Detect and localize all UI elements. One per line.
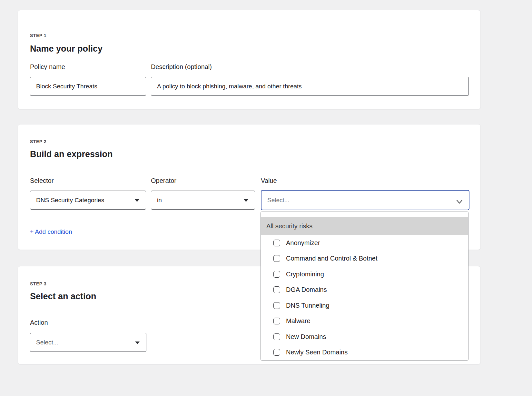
checkbox-icon[interactable]	[273, 318, 280, 324]
dropdown-option-label: DGA Domains	[286, 286, 327, 293]
description-label: Description (optional)	[151, 63, 212, 71]
dropdown-option-list: Anonymizer Command and Control & Botnet …	[261, 235, 468, 360]
action-select[interactable]: Select...	[30, 333, 146, 352]
dropdown-option-label: Malware	[286, 317, 310, 325]
step1-card: STEP 1 Name your policy Policy name Desc…	[18, 10, 481, 109]
dropdown-option-label: Anonymizer	[286, 239, 320, 247]
operator-label: Operator	[151, 177, 176, 184]
checkbox-icon[interactable]	[273, 255, 280, 262]
action-select-placeholder: Select...	[36, 339, 58, 346]
caret-down-icon	[135, 342, 140, 344]
caret-down-icon	[135, 199, 139, 202]
step1-title: Name your policy	[30, 44, 103, 54]
value-select[interactable]: Select...	[261, 190, 469, 210]
dropdown-option-label: Command and Control & Botnet	[286, 255, 378, 262]
dropdown-group-header: All security risks	[261, 217, 468, 235]
dropdown-option[interactable]: Cryptomining	[261, 266, 468, 282]
description-input[interactable]	[151, 77, 469, 96]
checkbox-icon[interactable]	[273, 271, 280, 278]
caret-down-icon	[244, 199, 248, 202]
step2-label: STEP 2	[30, 139, 46, 144]
policy-name-label: Policy name	[30, 63, 65, 71]
selector-select-value: DNS Security Categories	[36, 197, 104, 204]
policy-name-input[interactable]	[30, 77, 146, 96]
dropdown-option-label: Cryptomining	[286, 271, 324, 278]
chevron-down-icon	[457, 198, 462, 205]
dropdown-option[interactable]: DGA Domains	[261, 282, 468, 298]
action-label: Action	[30, 319, 48, 326]
selector-label: Selector	[30, 177, 54, 184]
step1-label: STEP 1	[30, 33, 46, 38]
value-select-placeholder: Select...	[267, 197, 290, 204]
dropdown-option[interactable]: Anonymizer	[261, 235, 468, 251]
value-dropdown-menu: All security risks Anonymizer Command an…	[261, 212, 468, 361]
operator-select[interactable]: in	[151, 191, 255, 210]
dropdown-option-label: New Domains	[286, 333, 326, 341]
checkbox-icon[interactable]	[273, 302, 280, 309]
step3-label: STEP 3	[30, 281, 46, 286]
dropdown-option-label: DNS Tunneling	[286, 302, 330, 309]
dropdown-option[interactable]: New Domains	[261, 329, 468, 345]
operator-select-value: in	[157, 197, 162, 204]
dropdown-option[interactable]: Newly Seen Domains	[261, 345, 468, 361]
dropdown-option[interactable]: Command and Control & Botnet	[261, 251, 468, 267]
selector-select[interactable]: DNS Security Categories	[30, 191, 146, 210]
checkbox-icon[interactable]	[273, 240, 280, 246]
checkbox-icon[interactable]	[273, 286, 280, 293]
value-label: Value	[261, 177, 277, 184]
dropdown-option[interactable]: Malware	[261, 313, 468, 329]
dropdown-option[interactable]: DNS Tunneling	[261, 298, 468, 313]
step2-title: Build an expression	[30, 149, 113, 159]
checkbox-icon[interactable]	[273, 333, 280, 340]
checkbox-icon[interactable]	[273, 349, 280, 356]
dropdown-option-label: Newly Seen Domains	[286, 349, 348, 356]
step3-title: Select an action	[30, 292, 96, 302]
add-condition-link[interactable]: + Add condition	[30, 228, 72, 235]
